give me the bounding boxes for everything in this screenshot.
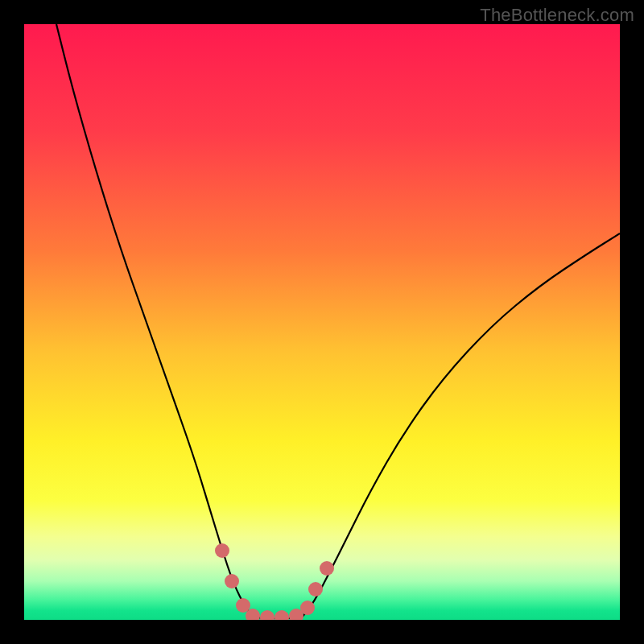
highlight-dot [215,543,229,558]
curve-group [56,24,620,618]
watermark-text: TheBottleneck.com [480,5,634,26]
highlight-dot [275,610,289,620]
bottleneck-curve [56,24,620,618]
highlight-dot [260,610,275,620]
highlight-dots-group [215,543,334,620]
highlight-dot [225,574,239,588]
highlight-dot [308,582,323,597]
highlight-dot [300,601,315,615]
chart-frame [24,24,620,620]
chart-svg [24,24,620,620]
highlight-dot [320,561,334,576]
